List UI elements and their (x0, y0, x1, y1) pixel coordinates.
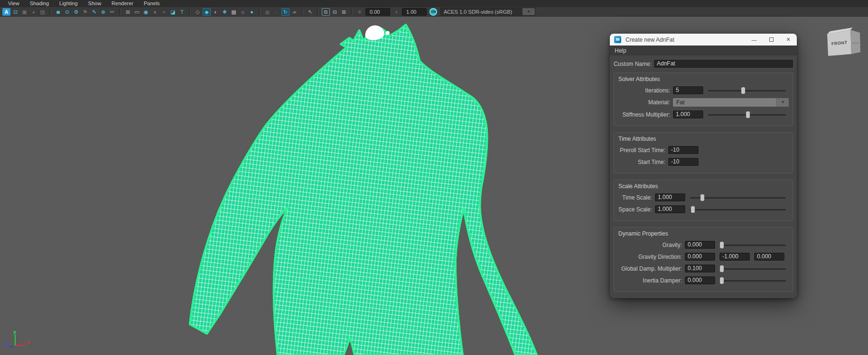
xray-icon[interactable]: ⧉ (322, 8, 330, 16)
scale-attributes-title: Scale Attributes (618, 183, 789, 190)
view-cube[interactable]: FRONT RIGHT (827, 27, 860, 56)
space-scale-slider[interactable] (690, 206, 786, 213)
menu-item-view[interactable]: View (3, 0, 25, 7)
hud-text-icon[interactable]: T (178, 8, 186, 16)
material-dropdown[interactable]: Fat ▼ (673, 98, 789, 107)
toolbar-icons: A⊡▣◕▨◙⊙⚙⚑✎⊕✏⊞▭◉●▫◪T◇◆◐❖▩☼●◍◌↻▰↖⧉⊟⊠ (2, 8, 355, 16)
minimize-button[interactable]: — (746, 34, 763, 46)
camera-attributes-icon[interactable]: ⊡ (11, 8, 19, 16)
gravity-slider-handle[interactable] (720, 242, 724, 248)
stiffness-multiplier-input[interactable]: 1.000 (673, 110, 703, 118)
multisample-icon[interactable]: ↻ (281, 8, 289, 16)
bookmark-frame-icon[interactable]: ▣ (20, 8, 28, 16)
global-damp-multiplier-label: Global Damp. Multiplier: (618, 265, 682, 272)
dialog-title-bar[interactable]: M Create new AdnFat — ✕ (610, 34, 797, 46)
gravity-input[interactable]: 0.000 (685, 241, 715, 249)
menu-item-help[interactable]: Help (615, 47, 632, 54)
pencil-tool-icon[interactable]: ✏ (108, 8, 116, 16)
resolution-gate-icon[interactable]: ◉ (142, 8, 150, 16)
menu-item-panels[interactable]: Panels (139, 0, 165, 7)
menu-item-renderer[interactable]: Renderer (106, 0, 139, 7)
color-management-on-toggle[interactable]: ON (429, 8, 437, 16)
dynamic-properties-title: Dynamic Properties (618, 230, 789, 237)
inertia-damper-input[interactable]: 0.000 (685, 276, 715, 284)
isolate-select-icon[interactable]: ↖ (306, 8, 314, 16)
x-axis-label: x (27, 339, 30, 345)
aperture-icon[interactable]: ✳ (355, 8, 364, 16)
pan-zoom-icon[interactable]: ⊕ (99, 8, 107, 16)
time-scale-label: Time Scale: (618, 194, 652, 201)
global-damp-slider-handle[interactable] (720, 265, 724, 272)
gravity-direction-z-input[interactable]: 0.000 (754, 253, 784, 261)
shaded-textured-icon[interactable]: ◐ (212, 8, 220, 16)
camera-lock-icon[interactable]: ⊙ (63, 8, 71, 16)
lighting-icon[interactable]: ☼ (239, 8, 247, 16)
time-attributes-group: Time Attributes Preroll Start Time: -10 … (614, 132, 793, 173)
gravity-label: Gravity: (618, 242, 682, 248)
custom-name-input[interactable]: AdnFat (654, 60, 793, 68)
shaded-cube-icon[interactable]: ◆ (203, 8, 211, 16)
bookmark-icon[interactable]: ⚑ (81, 8, 89, 16)
gravity-slider[interactable] (720, 241, 786, 249)
iterations-slider[interactable] (708, 87, 786, 94)
camera-icon[interactable]: ◙ (54, 8, 62, 16)
grid-icon[interactable]: ⊞ (124, 8, 132, 16)
custom-name-label: Custom Name: (614, 61, 651, 67)
camera-gear-icon[interactable]: ⚙ (72, 8, 80, 16)
wireframe-cube-icon[interactable]: ◇ (194, 8, 202, 16)
space-scale-input[interactable]: 1.000 (655, 205, 685, 213)
stiffness-slider[interactable] (708, 111, 786, 118)
colorspace-dropdown[interactable]: ACES 1.0 SDR-video (sRGB) ▼ (440, 8, 535, 16)
iterations-input[interactable]: 5 (673, 86, 703, 94)
checker-sphere-icon[interactable]: ▩ (230, 8, 238, 16)
film-gate-icon[interactable]: ▭ (133, 8, 141, 16)
iterations-slider-handle[interactable] (741, 87, 745, 94)
menu-item-shading[interactable]: Shading (25, 0, 54, 7)
gravity-direction-y-input[interactable]: -1.000 (719, 253, 750, 261)
menu-item-show[interactable]: Show (83, 0, 107, 7)
material-cube-icon[interactable]: ❖ (221, 8, 229, 16)
chevron-down-icon[interactable]: ▼ (776, 98, 789, 107)
toolbar-separator (49, 9, 51, 15)
gate-mask-icon[interactable]: ● (151, 8, 159, 16)
space-scale-row: Space Scale: 1.000 (618, 205, 789, 213)
preroll-start-time-input[interactable]: -10 (668, 146, 699, 154)
global-damp-multiplier-input[interactable]: 0.100 (685, 264, 715, 273)
snapshot-image-icon[interactable]: ▨ (38, 8, 47, 16)
wireframe-body-mesh[interactable] (190, 25, 537, 355)
exposure-region-icon[interactable]: ⊠ (340, 8, 348, 16)
menu-item-lighting[interactable]: Lighting (54, 0, 83, 7)
field-chart-icon[interactable]: ▫ (160, 8, 168, 16)
depth-peeling-icon[interactable]: ▰ (290, 8, 299, 16)
space-scale-slider-handle[interactable] (691, 206, 695, 213)
color-wheel-icon[interactable]: ◕ (29, 8, 37, 16)
maximize-icon (769, 37, 774, 42)
shadows-icon[interactable]: ● (248, 8, 256, 16)
xray-joints-icon[interactable]: ⊟ (331, 8, 339, 16)
selection-highlight-button[interactable]: A (2, 8, 10, 16)
contrast-icon[interactable]: ◑ (392, 8, 400, 16)
material-label: Material: (618, 99, 670, 106)
global-damp-slider[interactable] (720, 265, 786, 273)
time-scale-slider-handle[interactable] (700, 194, 704, 201)
time-scale-slider[interactable] (690, 194, 786, 201)
inertia-damper-slider-handle[interactable] (720, 277, 724, 284)
preroll-start-time-label: Preroll Start Time: (618, 147, 665, 154)
time-scale-input[interactable]: 1.000 (655, 193, 685, 201)
start-time-row: Start Time: -10 (618, 158, 789, 166)
stiffness-row: Stiffness Multiplier: 1.000 (618, 110, 789, 118)
gravity-row: Gravity: 0.000 (618, 241, 789, 249)
gravity-direction-x-input[interactable]: 0.000 (685, 253, 715, 261)
close-button[interactable]: ✕ (780, 34, 797, 46)
maximize-button[interactable] (763, 34, 780, 46)
grease-pencil-icon[interactable]: ✎ (90, 8, 98, 16)
chevron-down-icon[interactable]: ▼ (523, 8, 535, 15)
ao-sphere-icon[interactable]: ◍ (263, 8, 271, 16)
image-plane-icon[interactable]: ◪ (169, 8, 177, 16)
motion-blur-icon[interactable]: ◌ (272, 8, 280, 16)
start-time-input[interactable]: -10 (668, 158, 699, 166)
inertia-damper-slider[interactable] (720, 277, 786, 284)
exposure-input[interactable]: 0.00 (365, 8, 390, 16)
stiffness-slider-handle[interactable] (746, 111, 750, 118)
gamma-input[interactable]: 1.00 (402, 8, 427, 16)
